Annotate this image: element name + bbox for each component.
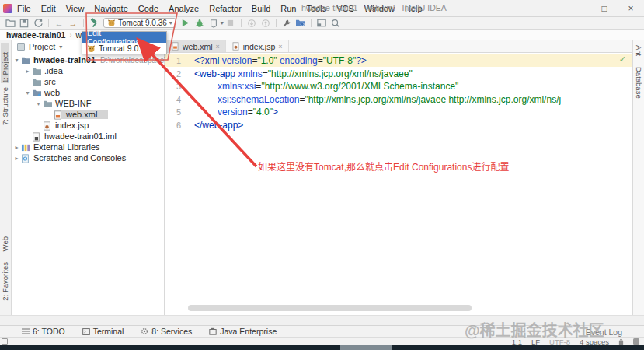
- menu-item-view[interactable]: View: [66, 4, 85, 13]
- tab-indexjsp[interactable]: index.jsp ×: [226, 40, 289, 52]
- code-editor[interactable]: 1 2 3 4 5 6 <?xml version="1.0" encoding…: [165, 53, 632, 131]
- close-tab-icon[interactable]: ×: [278, 43, 282, 51]
- collapse-arrow-icon[interactable]: ▾: [34, 100, 43, 107]
- tree-label: index.jsp: [55, 121, 89, 130]
- commit-icon: [259, 18, 272, 29]
- menu-item-refactor[interactable]: Refactor: [209, 4, 242, 13]
- coverage-icon[interactable]: [207, 18, 220, 29]
- right-tool-window-bar: Ant Database: [632, 40, 644, 315]
- dropdown-item-edit-configurations[interactable]: Edit Configurations...: [82, 32, 166, 43]
- tool-windows-icon[interactable]: [315, 18, 328, 29]
- left-tool-window-bar: 1: Project 7: Structure Web 2: Favorites: [0, 40, 12, 315]
- tree-row-webxml[interactable]: web.xml: [12, 109, 164, 120]
- tree-row-external-libraries[interactable]: ▸ External Libraries: [12, 142, 164, 152]
- settings-wrench-icon[interactable]: [280, 18, 293, 29]
- tool-window-tab-todo[interactable]: 6: TODO: [22, 327, 65, 336]
- expand-arrow-icon[interactable]: ▸: [23, 68, 32, 75]
- tree-label: hwadee-train01: [33, 55, 96, 65]
- tool-window-switcher-icon[interactable]: [2, 338, 8, 345]
- inspections-ok-icon[interactable]: ✓: [619, 54, 626, 65]
- tree-row-project-root[interactable]: ▾ hwadee-train01 D:\work\ideaspace\demos…: [12, 54, 164, 65]
- close-button[interactable]: ×: [618, 3, 644, 14]
- minimize-button[interactable]: –: [565, 3, 591, 14]
- jsp-file-icon: [231, 42, 240, 51]
- windows-taskbar: [0, 345, 644, 350]
- tree-row-scratches[interactable]: ▸ Scratches and Consoles: [12, 152, 164, 163]
- tree-row-webinf[interactable]: ▾ WEB-INF: [12, 98, 164, 109]
- menu-item-build[interactable]: Build: [252, 4, 270, 13]
- tool-window-tab-java-enterprise[interactable]: Java Enterprise: [209, 327, 277, 336]
- jsp-file-icon: [43, 121, 53, 130]
- heap-indicator-icon[interactable]: [633, 338, 639, 345]
- run-icon[interactable]: [179, 18, 192, 29]
- iml-file-icon: [32, 132, 42, 141]
- debug-icon[interactable]: [193, 18, 206, 29]
- save-icon[interactable]: [18, 18, 30, 29]
- tool-window-tab-services[interactable]: 8: Services: [141, 327, 192, 336]
- code-text[interactable]: <?xml version="1.0" encoding="UTF-8"?> <…: [186, 54, 632, 131]
- editor-tab-bar: web.xml × index.jsp ×: [165, 40, 632, 53]
- event-log-button[interactable]: Event Log: [586, 326, 622, 338]
- tree-row-iml[interactable]: hwadee-train01.iml: [12, 131, 164, 142]
- back-icon[interactable]: ←: [53, 18, 65, 29]
- tree-row-src[interactable]: src: [12, 76, 164, 87]
- editor-area: web.xml × index.jsp × 1 2 3 4 5 6 <?xml …: [165, 40, 632, 315]
- sync-icon[interactable]: [32, 18, 44, 29]
- code-line-3: xmlns:xsi="http://www.w3.org/2001/XMLSch…: [194, 80, 632, 93]
- scratches-icon: [21, 154, 31, 163]
- menu-item-analyze[interactable]: Analyze: [169, 4, 199, 13]
- coverage-chevron-icon[interactable]: ▾: [221, 19, 224, 26]
- line-number: 4: [165, 93, 181, 107]
- tool-window-tab-web[interactable]: Web: [1, 236, 9, 251]
- close-tab-icon[interactable]: ×: [216, 43, 220, 51]
- intellij-logo-icon: [3, 4, 12, 13]
- code-line-4: xsi:schemaLocation="http://xmlns.jcp.org…: [194, 93, 632, 107]
- tool-window-tab-structure[interactable]: 7: Structure: [1, 87, 9, 125]
- line-number: 5: [165, 106, 181, 119]
- menu-item-code[interactable]: Code: [138, 4, 158, 13]
- menu-item-file[interactable]: File: [17, 4, 31, 13]
- run-configuration-label: Tomcat 9.0.36: [118, 19, 167, 27]
- tool-window-tab-favorites[interactable]: 2: Favorites: [1, 262, 9, 301]
- tool-window-tab-ant[interactable]: Ant: [635, 45, 643, 56]
- java-enterprise-icon: [209, 327, 217, 335]
- libraries-icon: [21, 143, 31, 152]
- line-number: 6: [165, 119, 181, 132]
- tree-row-indexjsp[interactable]: index.jsp: [12, 120, 164, 131]
- folder-icon: [32, 78, 42, 86]
- menu-item-edit[interactable]: Edit: [41, 4, 56, 13]
- tree-label: .idea: [44, 66, 63, 75]
- menu-item-run[interactable]: Run: [280, 4, 296, 13]
- expand-arrow-icon[interactable]: ▾: [12, 57, 21, 64]
- breadcrumb-separator-icon: ›: [69, 31, 71, 39]
- tree-row-web[interactable]: ▾ web: [12, 87, 164, 98]
- tool-window-tab-database[interactable]: Database: [635, 67, 643, 99]
- run-configuration-combo[interactable]: Tomcat 9.0.36 ▾: [103, 18, 176, 28]
- project-structure-icon[interactable]: [294, 18, 307, 29]
- breadcrumb-project[interactable]: hwadee-train01: [6, 30, 65, 40]
- tree-row-idea[interactable]: ▸ .idea: [12, 65, 164, 76]
- tab-webxml[interactable]: web.xml ×: [165, 40, 226, 52]
- project-tree: ▾ hwadee-train01 D:\work\ideaspace\demos…: [12, 54, 164, 163]
- forward-icon[interactable]: →: [67, 18, 79, 29]
- horizontal-scrollbar[interactable]: [188, 305, 472, 311]
- tab-label: web.xml: [183, 42, 213, 51]
- tree-label: web: [44, 88, 60, 97]
- web-folder-icon: [32, 89, 42, 97]
- tool-window-tab-terminal[interactable]: Terminal: [82, 327, 124, 336]
- chevron-down-icon[interactable]: ▾: [59, 44, 62, 51]
- build-hammer-icon[interactable]: [88, 18, 100, 29]
- bottom-tool-window-bar: 6: TODO Terminal 8: Services Java Enterp…: [0, 325, 644, 337]
- expand-arrow-icon[interactable]: ▸: [12, 155, 21, 162]
- todo-list-icon: [22, 328, 30, 335]
- menu-item-navigate[interactable]: Navigate: [94, 4, 127, 13]
- project-panel: Project ▾ ▾ hwadee-train01 D:\work\ideas…: [12, 40, 165, 315]
- code-line-5: version="4.0">: [194, 106, 632, 119]
- collapse-arrow-icon[interactable]: ▾: [23, 89, 32, 96]
- maximize-button[interactable]: □: [591, 3, 618, 14]
- project-folder-icon: [21, 56, 31, 65]
- expand-arrow-icon[interactable]: ▸: [12, 144, 21, 151]
- tool-window-tab-project[interactable]: 1: Project: [1, 43, 9, 83]
- open-icon[interactable]: [4, 18, 16, 29]
- search-everywhere-icon[interactable]: [329, 18, 342, 29]
